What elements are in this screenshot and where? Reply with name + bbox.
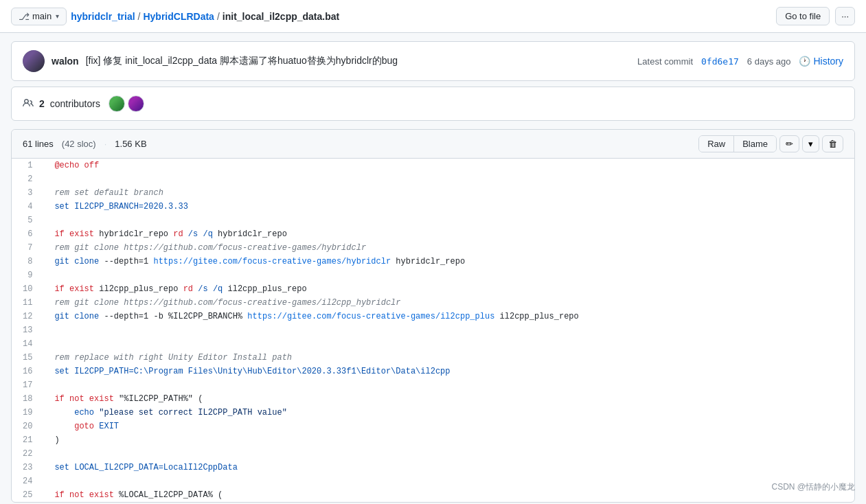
more-options-button[interactable]: ··· <box>835 7 855 25</box>
line-code <box>43 474 854 488</box>
table-row: 7rem git clone https://github.com/focus-… <box>12 241 854 255</box>
line-number[interactable]: 3 <box>12 186 43 200</box>
line-code: rem git clone https://github.com/focus-c… <box>43 296 854 310</box>
go-to-file-button[interactable]: Go to file <box>776 7 830 25</box>
contributors-icon <box>23 98 34 111</box>
line-number[interactable]: 23 <box>12 461 43 474</box>
line-code: @echo off <box>43 159 854 172</box>
chevron-down-icon: ▾ <box>808 139 813 149</box>
branch-name: main <box>32 11 52 21</box>
line-code <box>43 337 854 351</box>
table-row: 2 <box>12 172 854 186</box>
line-code: if exist il2cpp_plus_repo rd /s /q il2cp… <box>43 282 854 296</box>
commit-hash[interactable]: 0fd6e17 <box>701 56 739 67</box>
table-row: 23set LOCAL_IL2CPP_DATA=LocalIl2CppData <box>12 461 854 474</box>
line-number[interactable]: 18 <box>12 392 43 406</box>
table-row: 10if exist il2cpp_plus_repo rd /s /q il2… <box>12 282 854 296</box>
top-bar: ⎇ main ▾ hybridclr_trial / HybridCLRData… <box>0 0 866 33</box>
commit-author[interactable]: walon <box>52 56 79 67</box>
line-number[interactable]: 5 <box>12 214 43 227</box>
file-meta-sep: · <box>104 139 107 149</box>
edit-dropdown-button[interactable]: ▾ <box>802 135 819 152</box>
commit-message: [fix] 修复 init_local_il2cpp_data 脚本遗漏了将hu… <box>86 55 398 67</box>
table-row: 21) <box>12 433 854 447</box>
raw-button[interactable]: Raw <box>699 136 734 152</box>
commit-info-left: walon [fix] 修复 init_local_il2cpp_data 脚本… <box>23 50 398 72</box>
contributors-label: contributors <box>50 98 100 109</box>
watermark: CSDN @恬静的小魔龙 <box>771 481 855 493</box>
branch-selector[interactable]: ⎇ main ▾ <box>11 8 67 25</box>
table-row: 13 <box>12 323 854 337</box>
table-row: 15rem replace with right Unity Editor In… <box>12 351 854 365</box>
top-bar-right: Go to file ··· <box>776 7 855 25</box>
table-row: 17 <box>12 378 854 392</box>
line-number[interactable]: 24 <box>12 474 43 488</box>
commit-bar: walon [fix] 修复 init_local_il2cpp_data 脚本… <box>11 41 855 81</box>
line-number[interactable]: 9 <box>12 268 43 282</box>
line-number[interactable]: 21 <box>12 433 43 447</box>
table-row: 11rem git clone https://github.com/focus… <box>12 296 854 310</box>
commit-info-right: Latest commit 0fd6e17 6 days ago 🕐 Histo… <box>637 56 843 67</box>
line-number[interactable]: 19 <box>12 406 43 420</box>
line-code: rem set default branch <box>43 186 854 200</box>
delete-button[interactable]: 🗑 <box>822 135 843 152</box>
line-number[interactable]: 20 <box>12 420 43 433</box>
history-icon: 🕐 <box>799 56 810 67</box>
line-code <box>43 323 854 337</box>
line-number[interactable]: 12 <box>12 310 43 323</box>
file-meta: 61 lines (42 sloc) · 1.56 KB <box>23 139 147 149</box>
file-header: 61 lines (42 sloc) · 1.56 KB Raw Blame ✏… <box>12 130 854 159</box>
breadcrumb-filename: init_local_il2cpp_data.bat <box>223 11 339 22</box>
line-code <box>43 214 854 227</box>
line-number[interactable]: 15 <box>12 351 43 365</box>
table-row: 24 <box>12 474 854 488</box>
table-row: 8git clone --depth=1 https://gitee.com/f… <box>12 255 854 268</box>
avatar <box>23 50 45 72</box>
line-number[interactable]: 4 <box>12 200 43 214</box>
line-code: rem git clone https://github.com/focus-c… <box>43 241 854 255</box>
line-number[interactable]: 7 <box>12 241 43 255</box>
table-row: 18if not exist "%IL2CPP_PATH%" ( <box>12 392 854 406</box>
latest-commit-label: Latest commit <box>637 56 693 67</box>
branch-icon: ⎇ <box>19 11 30 22</box>
table-row: 20 goto EXIT <box>12 420 854 433</box>
blame-button[interactable]: Blame <box>734 136 776 152</box>
file-lines: 61 lines <box>23 139 54 149</box>
line-code: echo "please set correct IL2CPP_PATH val… <box>43 406 854 420</box>
commit-time: 6 days ago <box>747 56 791 67</box>
contributor-avatar-1[interactable] <box>109 95 125 112</box>
line-code: rem replace with right Unity Editor Inst… <box>43 351 854 365</box>
line-number[interactable]: 25 <box>12 488 43 502</box>
breadcrumb-repo[interactable]: hybridclr_trial <box>71 11 135 22</box>
file-sloc: (42 sloc) <box>62 139 96 149</box>
contributor-avatars <box>109 95 144 112</box>
line-number[interactable]: 10 <box>12 282 43 296</box>
delete-icon: 🗑 <box>828 139 837 149</box>
line-number[interactable]: 8 <box>12 255 43 268</box>
line-number[interactable]: 22 <box>12 447 43 461</box>
line-number[interactable]: 1 <box>12 159 43 172</box>
line-number[interactable]: 6 <box>12 227 43 241</box>
line-number[interactable]: 14 <box>12 337 43 351</box>
avatar-image <box>23 50 45 72</box>
edit-button[interactable]: ✏ <box>779 135 799 152</box>
file-actions: Raw Blame ✏ ▾ 🗑 <box>698 135 843 152</box>
raw-blame-group: Raw Blame <box>698 135 777 152</box>
file-viewer: 61 lines (42 sloc) · 1.56 KB Raw Blame ✏… <box>11 129 855 503</box>
table-row: 22 <box>12 447 854 461</box>
code-content: 1@echo off23rem set default branch4set I… <box>12 159 854 502</box>
contributor-avatar-2[interactable] <box>128 95 144 112</box>
line-code: set IL2CPP_PATH=C:\Program Files\Unity\H… <box>43 365 854 378</box>
history-button[interactable]: 🕐 History <box>799 56 843 67</box>
line-number[interactable]: 17 <box>12 378 43 392</box>
table-row: 1@echo off <box>12 159 854 172</box>
line-number[interactable]: 16 <box>12 365 43 378</box>
breadcrumb-sep1: / <box>138 11 141 22</box>
line-number[interactable]: 2 <box>12 172 43 186</box>
line-code: if exist hybridclr_repo rd /s /q hybridc… <box>43 227 854 241</box>
line-code: ) <box>43 433 854 447</box>
breadcrumb-sep2: / <box>217 11 220 22</box>
line-number[interactable]: 13 <box>12 323 43 337</box>
breadcrumb-folder[interactable]: HybridCLRData <box>143 11 214 22</box>
line-number[interactable]: 11 <box>12 296 43 310</box>
